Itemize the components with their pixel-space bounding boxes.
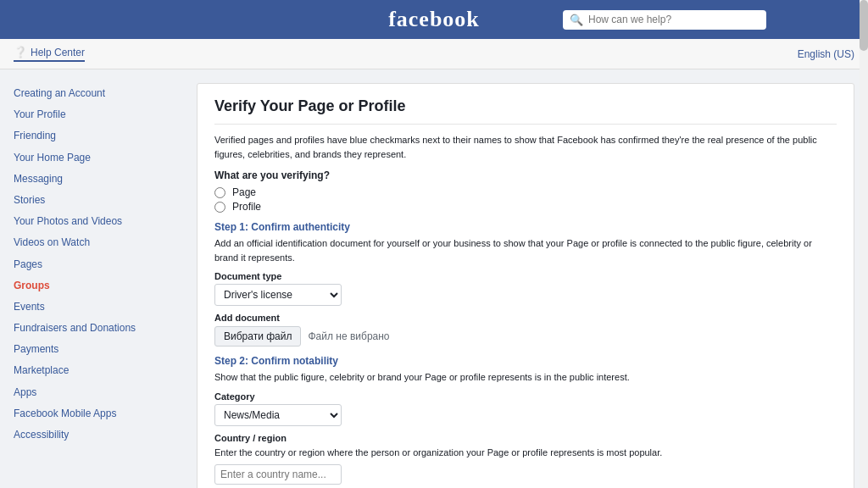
add-doc-label: Add document [214, 313, 837, 323]
search-box[interactable]: 🔍 [563, 10, 766, 30]
sidebar: Creating an Account Your Profile Friendi… [14, 83, 183, 488]
subheader: ❔ Help Center English (US) [0, 39, 868, 69]
country-desc: Enter the country or region where the pe… [214, 446, 837, 460]
search-input[interactable] [588, 14, 760, 25]
step1-title: Step 1: Confirm authenticity [214, 221, 837, 233]
sidebar-item-creating-account[interactable]: Creating an Account [14, 83, 183, 104]
sidebar-item-apps[interactable]: Apps [14, 382, 183, 403]
sidebar-item-photos-videos[interactable]: Your Photos and Videos [14, 211, 183, 232]
file-upload-button[interactable]: Вибрати файл [214, 326, 301, 347]
country-label: Country / region [214, 433, 837, 443]
help-center-link[interactable]: ❔ Help Center [14, 46, 85, 62]
sidebar-item-videos-watch[interactable]: Videos on Watch [14, 232, 183, 253]
country-input[interactable] [214, 464, 342, 485]
doc-type-label: Document type [214, 271, 837, 281]
header: facebook 🔍 [0, 0, 868, 39]
facebook-logo: facebook [388, 7, 480, 32]
help-center-label: Help Center [31, 47, 85, 58]
content-area: Verify Your Page or Profile Verified pag… [197, 83, 854, 488]
sidebar-item-fundraisers[interactable]: Fundraisers and Donations [14, 318, 183, 339]
page-title: Verify Your Page or Profile [214, 97, 837, 125]
sidebar-item-marketplace[interactable]: Marketplace [14, 360, 183, 381]
main-layout: Creating an Account Your Profile Friendi… [0, 69, 868, 488]
doc-type-select[interactable]: Driver's license PassportNational IDBusi… [214, 284, 342, 306]
scrollbar-thumb[interactable] [860, 0, 868, 51]
sidebar-item-accessibility[interactable]: Accessibility [14, 424, 183, 446]
sidebar-item-pages[interactable]: Pages [14, 254, 183, 275]
sidebar-item-groups[interactable]: Groups [14, 275, 183, 297]
radio-page-label[interactable]: Page [232, 186, 256, 198]
sidebar-item-your-profile[interactable]: Your Profile [14, 104, 183, 125]
search-icon: 🔍 [570, 14, 583, 26]
radio-profile[interactable] [214, 202, 225, 213]
sidebar-item-messaging[interactable]: Messaging [14, 169, 183, 190]
sidebar-item-events[interactable]: Events [14, 297, 183, 318]
radio-profile-group: Profile [214, 201, 837, 213]
radio-page-group: Page [214, 186, 837, 198]
sidebar-item-payments[interactable]: Payments [14, 339, 183, 360]
sidebar-item-mobile-apps[interactable]: Facebook Mobile Apps [14, 403, 183, 424]
sidebar-item-home-page[interactable]: Your Home Page [14, 147, 183, 169]
file-no-selected-label: Файл не вибрано [308, 330, 389, 342]
scrollbar-track [860, 0, 868, 488]
sidebar-item-stories[interactable]: Stories [14, 190, 183, 211]
step2-desc: Show that the public figure, celebrity o… [214, 370, 837, 385]
file-upload-row: Вибрати файл Файл не вибрано [214, 326, 837, 347]
category-select[interactable]: News/Media GovernmentMusicSportsEntertai… [214, 404, 342, 426]
step1-desc: Add an official identification document … [214, 236, 837, 264]
intro-text: Verified pages and profiles have blue ch… [214, 133, 837, 161]
language-selector[interactable]: English (US) [798, 48, 854, 60]
step2-title: Step 2: Confirm notability [214, 355, 837, 367]
what-verifying-label: What are you verifying? [214, 169, 837, 181]
radio-page[interactable] [214, 187, 225, 198]
radio-profile-label[interactable]: Profile [232, 201, 261, 213]
help-icon: ❔ [14, 46, 27, 58]
sidebar-item-friending[interactable]: Friending [14, 125, 183, 147]
category-label: Category [214, 391, 837, 402]
